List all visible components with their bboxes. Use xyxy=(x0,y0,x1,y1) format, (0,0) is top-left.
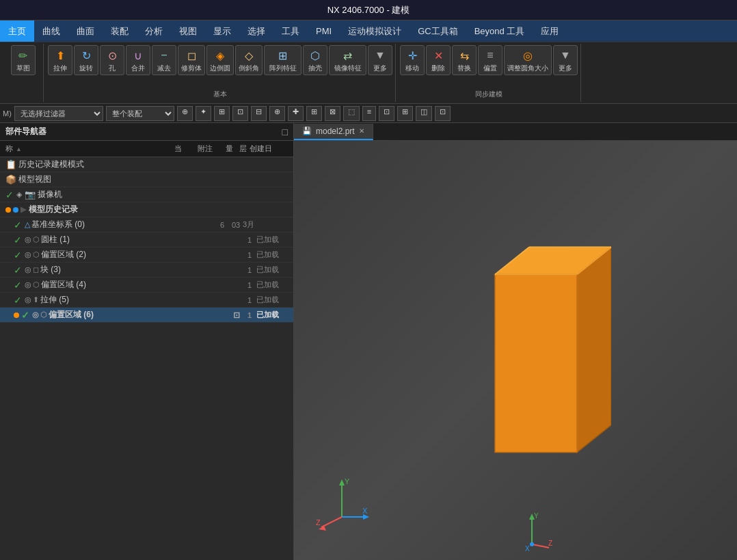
adjust-button[interactable]: ◎ 调整圆角大小 xyxy=(504,45,552,75)
nav-item-model-view[interactable]: 📦 模型视图 xyxy=(0,172,293,187)
mirror-button[interactable]: ⇄ 镜像特征 xyxy=(329,45,366,75)
svg-marker-2 xyxy=(577,247,611,452)
nav-item-block[interactable]: ✓ ◎ ◻ 块 (3) 1 已加载 xyxy=(0,263,293,278)
menu-motion[interactable]: 运动模拟设计 xyxy=(340,21,410,42)
menu-bar: 主页 曲线 曲面 装配 分析 视图 显示 选择 工具 PMI 运动模拟设计 GC… xyxy=(0,21,737,42)
chamfer-button[interactable]: ◇ 倒斜角 xyxy=(235,45,263,75)
nav-item-cylinder[interactable]: ✓ ◎ ⬡ 圆柱 (1) 1 已加载 xyxy=(0,232,293,248)
toolbar2-btn-15[interactable]: ⊡ xyxy=(435,106,451,121)
menu-gctoolbox[interactable]: GC工具箱 xyxy=(410,21,466,42)
svg-marker-9 xyxy=(339,479,345,485)
shell-button[interactable]: ⬡ 抽壳 xyxy=(303,45,327,75)
svg-point-22 xyxy=(530,542,534,546)
menu-assembly[interactable]: 装配 xyxy=(103,21,137,42)
revolve-icon: ↻ xyxy=(78,47,94,64)
offset-button[interactable]: ≡ 偏置 xyxy=(478,45,502,75)
app-title: NX 2406.7000 - 建模 xyxy=(327,4,410,16)
subtract-button[interactable]: − 减去 xyxy=(152,45,176,75)
vp-save-icon: 💾 xyxy=(302,126,312,135)
replace-button[interactable]: ⇆ 替换 xyxy=(452,45,477,75)
menu-analysis[interactable]: 分析 xyxy=(137,21,171,42)
mirror-icon: ⇄ xyxy=(340,47,356,64)
nav-item-offset4[interactable]: ✓ ◎ ⬡ 偏置区域 (4) 1 已加载 xyxy=(0,278,293,293)
camera-icon: 📷 xyxy=(25,189,36,200)
extrude-button[interactable]: ⬆ 拉伸 xyxy=(48,45,72,75)
datum-check-icon: ✓ xyxy=(14,219,22,230)
offset-icon: ≡ xyxy=(482,47,498,64)
revolve-button[interactable]: ↻ 旋转 xyxy=(74,45,98,75)
sketch-icon: ✏ xyxy=(15,47,31,64)
nav-item-offset6[interactable]: ✓ ◎ ⬡ 偏置区域 (6) ⊡ 1 已加载 xyxy=(0,308,293,323)
nav-header: 部件导航器 □ xyxy=(0,123,293,141)
extrude5-icon: ⬆ xyxy=(33,295,39,304)
extrude5-vis-icon: ◎ xyxy=(25,295,31,304)
col-note: 附注 xyxy=(188,144,222,154)
cylinder-check-icon: ✓ xyxy=(14,235,22,245)
trim-button[interactable]: ◻ 修剪体 xyxy=(178,45,205,75)
toolbar2-btn-7[interactable]: ✚ xyxy=(288,106,304,121)
assembly-select[interactable]: 整个装配 xyxy=(106,106,174,121)
nav-item-camera[interactable]: ✓ ◈ 📷 摄像机 xyxy=(0,187,293,202)
toolbar2-btn-13[interactable]: ⊞ xyxy=(397,106,413,121)
toolbar2-btn-3[interactable]: ⊞ xyxy=(214,106,230,121)
nav-item-history-mode[interactable]: 📋 历史记录建模模式 xyxy=(0,157,293,172)
nav-item-model-history[interactable]: ▶ 模型历史记录 xyxy=(0,202,293,217)
offset6-dot xyxy=(14,312,19,318)
toolbar2-btn-5[interactable]: ⊟ xyxy=(251,106,267,121)
toolbar2-prefix: M) xyxy=(3,109,12,118)
menu-select[interactable]: 选择 xyxy=(239,21,273,42)
more-sync-button[interactable]: ▼ 更多 xyxy=(553,45,578,75)
nav-item-offset2[interactable]: ✓ ◎ ⬡ 偏置区域 (2) 1 已加载 xyxy=(0,248,293,263)
hole-icon: ⊙ xyxy=(104,47,120,64)
more-basic-icon: ▼ xyxy=(372,47,388,64)
toolbar2-btn-4[interactable]: ⊡ xyxy=(232,106,248,121)
viewport-3d[interactable]: Y X Z Y xyxy=(294,141,737,560)
viewport-tab-model2[interactable]: 💾 model2.prt ✕ xyxy=(294,124,373,140)
svg-text:Z: Z xyxy=(316,518,321,526)
svg-line-14 xyxy=(321,517,342,527)
camera-check-icon: ✓ xyxy=(5,189,14,200)
toolbar2-btn-2[interactable]: ✦ xyxy=(196,106,211,121)
title-bar: NX 2406.7000 - 建模 xyxy=(0,0,737,21)
edge-round-icon: ◈ xyxy=(212,47,228,64)
offset2-check-icon: ✓ xyxy=(14,250,22,261)
more-basic-button[interactable]: ▼ 更多 xyxy=(368,45,392,75)
toolbar2-btn-9[interactable]: ⊠ xyxy=(325,106,340,121)
nav-maximize-icon[interactable]: □ xyxy=(282,126,288,137)
toolbar2-btn-6[interactable]: ⊕ xyxy=(269,106,285,121)
move-button[interactable]: ✛ 移动 xyxy=(400,45,425,75)
nav-item-datum-csys[interactable]: ✓ △ 基准坐标系 (0) 6 03 3月 xyxy=(0,217,293,232)
toolbar2-btn-1[interactable]: ⊕ xyxy=(177,106,193,121)
menu-home[interactable]: 主页 xyxy=(0,21,34,42)
subtract-icon: − xyxy=(156,47,172,64)
menu-beyond[interactable]: Beyond 工具 xyxy=(466,21,533,42)
toolbar2-btn-12[interactable]: ⊡ xyxy=(379,106,394,121)
hole-button[interactable]: ⊙ 孔 xyxy=(100,45,124,75)
svg-text:X: X xyxy=(362,507,368,515)
menu-app[interactable]: 应用 xyxy=(533,21,567,42)
block-vis-icon: ◎ xyxy=(25,265,31,274)
edge-round-button[interactable]: ◈ 边倒圆 xyxy=(206,45,234,75)
vp-close-icon[interactable]: ✕ xyxy=(359,127,364,135)
menu-pmi[interactable]: PMI xyxy=(308,21,340,42)
menu-surface[interactable]: 曲面 xyxy=(68,21,103,42)
sketch-button[interactable]: ✏ 草图 xyxy=(11,45,36,75)
toolbar2-btn-11[interactable]: ≡ xyxy=(362,106,376,121)
nav-item-extrude5[interactable]: ✓ ◎ ⬆ 拉伸 (5) 1 已加载 xyxy=(0,293,293,308)
menu-view[interactable]: 视图 xyxy=(171,21,205,42)
vp-tab-label: model2.prt xyxy=(316,126,355,136)
offset6-check-icon: ✓ xyxy=(21,310,29,321)
toolbar2-btn-8[interactable]: ⊞ xyxy=(306,106,322,121)
coord-axes-indicator: Y Z X xyxy=(511,510,552,553)
menu-tools[interactable]: 工具 xyxy=(273,21,308,42)
merge-button[interactable]: ∪ 合并 xyxy=(126,45,150,75)
delete-button[interactable]: ✕ 删除 xyxy=(426,45,451,75)
toolbar2-btn-10[interactable]: ⬚ xyxy=(343,106,360,121)
filter-select[interactable]: 无选择过滤器 xyxy=(14,106,103,121)
menu-curve[interactable]: 曲线 xyxy=(34,21,68,42)
col-name: 称 ▲ xyxy=(3,144,168,154)
array-button[interactable]: ⊞ 阵列特征 xyxy=(264,45,302,75)
shell-icon: ⬡ xyxy=(307,47,323,64)
menu-display[interactable]: 显示 xyxy=(205,21,239,42)
toolbar2-btn-14[interactable]: ◫ xyxy=(416,106,432,121)
